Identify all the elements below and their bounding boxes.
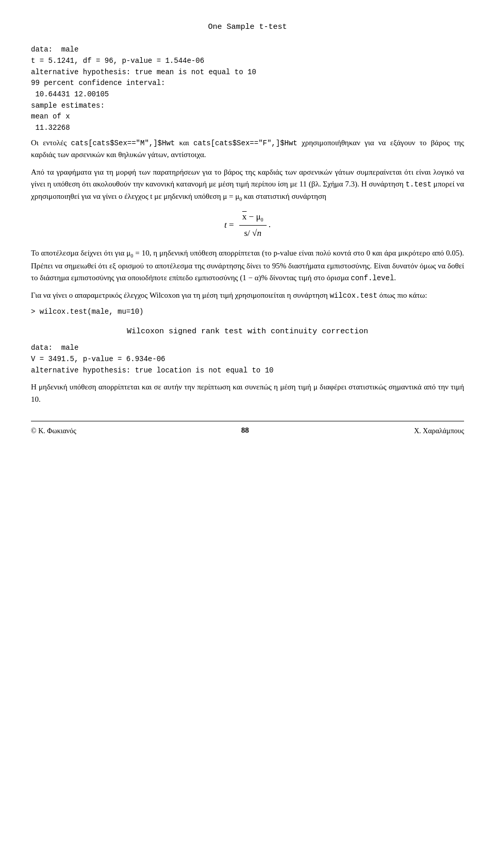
footer: © Κ. Φωκιανός 88 Χ. Χαραλάμπους [31, 421, 464, 436]
paragraph-3: Το αποτέλεσμα δείχνει ότι για μ0 = 10, η… [31, 247, 464, 284]
footer-left: © Κ. Φωκιανός [31, 426, 76, 437]
paragraph-1: Οι εντολές cats[cats$Sex=="M",]$Hwt και … [31, 137, 464, 161]
title-block-2: Wilcoxon signed rank test with continuit… [31, 325, 464, 337]
code-block-3: data: male V = 3491.5, p-value = 6.934e-… [31, 343, 464, 376]
paragraph-2: Από τα γραφήματα για τη μορφή των παρατη… [31, 166, 464, 203]
code-block-2: > wilcox.test(male, mu=10) [31, 307, 464, 318]
paragraph-4: Για να γίνει ο απαραμετρικός έλεγχος Wil… [31, 290, 464, 302]
code-block-1: data: male t = 5.1241, df = 96, p-value … [31, 44, 464, 134]
footer-page-number: 88 [241, 424, 249, 436]
footer-right: Χ. Χαραλάμπους [414, 426, 464, 437]
page-title: One Sample t-test [31, 21, 464, 33]
paragraph-5: Η μηδενική υπόθεση απορρίπτεται και σε α… [31, 381, 464, 405]
formula: t = x − μ0 s/ √n . [31, 210, 464, 240]
